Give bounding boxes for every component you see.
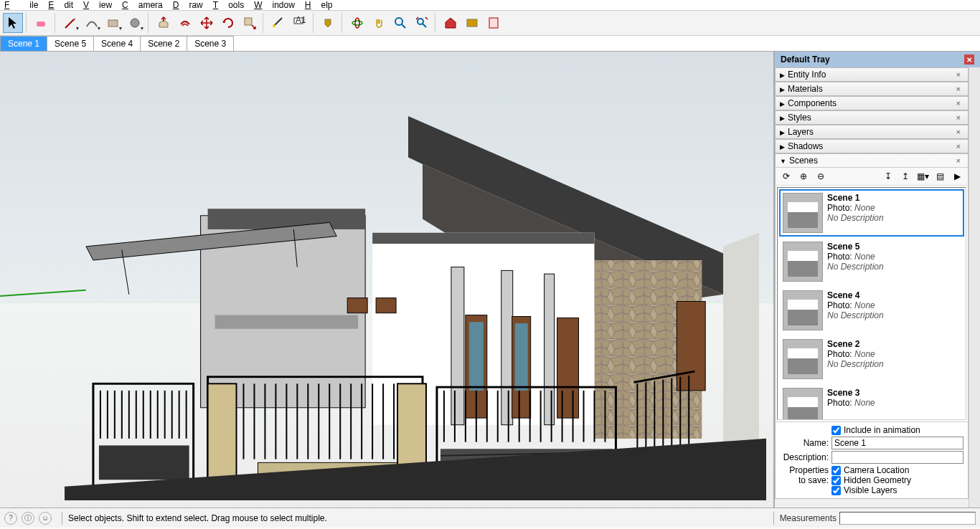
rectangle-tool[interactable]: ▼ xyxy=(103,13,123,33)
scene-name-input[interactable] xyxy=(831,437,963,449)
scene-view-icon[interactable]: ▦▾ xyxy=(916,170,929,183)
panel-close-icon[interactable]: × xyxy=(953,85,963,93)
panel-styles[interactable]: ▶Styles× xyxy=(776,111,968,124)
scene-tab-4[interactable]: Scene 4 xyxy=(93,36,141,51)
offset-tool[interactable] xyxy=(175,13,195,33)
user-icon[interactable]: ☺ xyxy=(39,512,52,525)
scene-list[interactable]: Scene 1 Photo: None No Description Scene… xyxy=(777,187,966,420)
svg-text:A1: A1 xyxy=(296,16,306,25)
paint-tool[interactable] xyxy=(319,13,339,33)
measurements-label: Measurements xyxy=(780,513,837,523)
panel-close-icon[interactable]: × xyxy=(953,128,963,136)
svg-rect-30 xyxy=(208,209,366,229)
menu-draw[interactable]: Draw xyxy=(173,0,203,10)
scene-list-item[interactable]: Scene 4 Photo: None No Description xyxy=(779,287,964,334)
panel-close-icon[interactable]: × xyxy=(953,70,963,79)
menu-edit[interactable]: Edit xyxy=(48,0,73,10)
viewport-3d[interactable] xyxy=(0,52,774,507)
scene-list-item[interactable]: Scene 1 Photo: None No Description xyxy=(779,189,964,237)
scene-list-item[interactable]: Scene 2 Photo: None No Description xyxy=(779,335,964,383)
svg-rect-0 xyxy=(37,22,45,27)
svg-rect-1 xyxy=(108,20,118,27)
close-icon[interactable]: ✕ xyxy=(964,54,974,65)
zoom-extents-tool[interactable] xyxy=(412,13,432,33)
select-tool[interactable] xyxy=(3,13,23,33)
scene-thumbnail xyxy=(783,290,823,330)
scene-tab-3[interactable]: Scene 3 xyxy=(187,36,234,51)
layout-tool[interactable] xyxy=(484,13,504,33)
circle-tool[interactable]: ▼ xyxy=(125,13,145,33)
measurements-input[interactable] xyxy=(839,512,976,525)
prop-layers-checkbox[interactable] xyxy=(831,486,841,495)
menu-camera[interactable]: Camera xyxy=(122,0,163,10)
scale-tool[interactable] xyxy=(240,13,260,33)
pan-tool[interactable] xyxy=(369,13,389,33)
panel-close-icon[interactable]: × xyxy=(953,156,963,165)
scene-thumbnail xyxy=(783,339,823,379)
line-tool[interactable]: ▼ xyxy=(60,13,80,33)
scene-remove-icon[interactable]: ⊖ xyxy=(814,170,827,183)
credits-icon[interactable]: ⓘ xyxy=(22,512,34,525)
panel-close-icon[interactable]: × xyxy=(953,99,963,108)
scene-menu-icon[interactable]: ▶ xyxy=(951,170,963,183)
menu-window[interactable]: Window xyxy=(254,0,295,10)
scene-details-icon[interactable]: ▤ xyxy=(933,170,946,183)
scene-tab-1[interactable]: Scene 1 xyxy=(0,36,47,51)
panel-close-icon[interactable]: × xyxy=(953,113,963,122)
svg-point-4 xyxy=(273,24,275,27)
scene-tab-5[interactable]: Scene 5 xyxy=(47,36,94,51)
tray-title-bar[interactable]: Default Tray ✕ xyxy=(775,52,980,67)
extension-tool[interactable] xyxy=(462,13,482,33)
zoom-tool[interactable] xyxy=(390,13,410,33)
svg-point-9 xyxy=(395,18,402,25)
svg-rect-21 xyxy=(501,270,513,424)
include-animation-checkbox[interactable] xyxy=(831,426,841,435)
orbit-tool[interactable] xyxy=(347,13,367,33)
panel-components[interactable]: ▶Components× xyxy=(776,97,968,110)
pushpull-tool[interactable] xyxy=(154,13,174,33)
svg-point-10 xyxy=(418,19,423,24)
scene-thumbnail xyxy=(783,242,823,282)
menu-view[interactable]: View xyxy=(83,0,112,10)
panel-scenes[interactable]: ▼Scenes× xyxy=(776,154,968,167)
scene-add-icon[interactable]: ⊕ xyxy=(797,170,810,183)
scene-list-item[interactable]: Scene 3 Photo: None xyxy=(779,384,964,420)
panel-layers[interactable]: ▶Layers× xyxy=(776,125,968,138)
svg-rect-12 xyxy=(489,18,498,28)
scene-thumbnail xyxy=(783,193,823,233)
svg-rect-51 xyxy=(99,445,189,480)
tape-tool[interactable] xyxy=(268,13,288,33)
panel-materials[interactable]: ▶Materials× xyxy=(776,82,968,95)
panel-close-icon[interactable]: × xyxy=(953,142,963,151)
scene-properties: Include in animation Name: Description: … xyxy=(776,421,968,498)
text-tool[interactable]: A1 xyxy=(290,13,310,33)
scene-desc-input[interactable] xyxy=(831,451,963,464)
scene-move-up-icon[interactable]: ↥ xyxy=(899,170,912,183)
panel-shadows[interactable]: ▶Shadows× xyxy=(776,140,968,153)
warehouse-tool[interactable] xyxy=(440,13,461,33)
svg-point-2 xyxy=(131,19,139,27)
menu-file[interactable]: File xyxy=(4,0,38,10)
panel-entity-info[interactable]: ▶Entity Info× xyxy=(776,68,968,81)
svg-rect-20 xyxy=(451,267,464,425)
scene-name-label: Scene 1 xyxy=(827,193,884,203)
prop-hidden-checkbox[interactable] xyxy=(831,476,841,485)
tray-scrollbar[interactable] xyxy=(969,67,980,507)
geo-icon[interactable]: ? xyxy=(4,512,17,525)
menu-help[interactable]: Help xyxy=(305,0,333,10)
svg-rect-19 xyxy=(372,233,594,244)
model-house xyxy=(65,116,766,500)
default-tray: Default Tray ✕ ▶Entity Info× ▶Materials×… xyxy=(774,52,980,507)
rotate-tool[interactable] xyxy=(218,13,238,33)
scene-tabs: Scene 1 Scene 5 Scene 4 Scene 2 Scene 3 xyxy=(0,36,980,52)
arc-tool[interactable]: ▼ xyxy=(82,13,102,33)
menu-tools[interactable]: Tools xyxy=(213,0,244,10)
eraser-tool[interactable] xyxy=(32,13,52,33)
scene-move-down-icon[interactable]: ↧ xyxy=(882,170,895,183)
status-bar: ? ⓘ ☺ Select objects. Shift to extend se… xyxy=(0,507,980,528)
scene-list-item[interactable]: Scene 5 Photo: None No Description xyxy=(779,238,964,285)
prop-camera-checkbox[interactable] xyxy=(831,466,841,475)
scene-update-icon[interactable]: ⟳ xyxy=(780,170,793,183)
move-tool[interactable] xyxy=(197,13,217,33)
scene-tab-2[interactable]: Scene 2 xyxy=(140,36,187,51)
